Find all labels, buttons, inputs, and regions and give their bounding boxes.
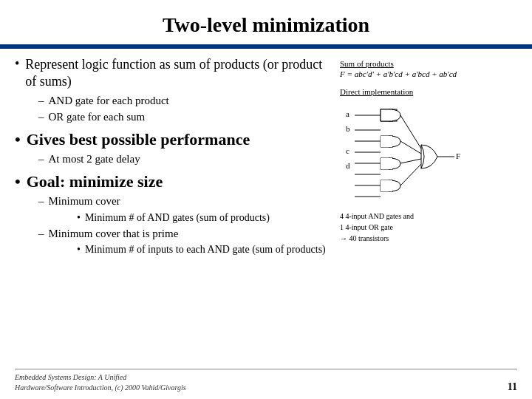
sub-bullet-2-1-text: At most 2 gate delay <box>49 151 140 168</box>
sub-bullet-3-1: Minimum cover <box>38 193 332 210</box>
bullet-dot-3: • <box>15 172 21 191</box>
wire-and4-or <box>400 164 421 185</box>
gate-diagram: a b c d <box>340 100 488 208</box>
sub-sub-bullet-3-1: Minimum # of AND gates (sum of products) <box>77 210 332 225</box>
bullet-1: • Represent logic function as sum of pro… <box>15 56 332 91</box>
input-c: c <box>346 146 349 155</box>
left-column: • Represent logic function as sum of pro… <box>15 56 340 262</box>
bullet-dot-1: • <box>15 56 19 72</box>
title-area: Two-level minimization <box>0 0 532 44</box>
slide: Two-level minimization • Represent logic… <box>0 0 532 399</box>
sub-bullet-1-2-text: OR gate for each sum <box>49 109 146 126</box>
sub-bullet-1-1: AND gate for each product <box>38 92 332 109</box>
content-area: • Represent logic function as sum of pro… <box>0 49 532 262</box>
bullet-3: • Goal: minimize size <box>15 172 332 191</box>
bullet-2-text: Gives best possible performance <box>27 130 250 149</box>
footer-left: Embedded Systems Design: A Unified Hardw… <box>15 372 186 393</box>
sub-bullet-2-1: At most 2 gate delay <box>38 151 332 168</box>
sub-bullets-2: At most 2 gate delay <box>38 151 332 168</box>
gate-info-line-3: → 40 transistors <box>340 233 414 244</box>
sub-sub-bullet-3-1-text: Minimum # of AND gates (sum of products) <box>85 210 270 225</box>
bullet-1-text: Represent logic function as sum of produ… <box>25 56 332 91</box>
and-gate-4-cover <box>381 180 392 191</box>
sub-bullet-1-2: OR gate for each sum <box>38 109 332 126</box>
sub-bullet-3-2-text: Minimum cover that is prime <box>49 225 179 242</box>
wire-and3-or <box>400 159 421 163</box>
sub-sub-bullet-3-2: Minimum # of inputs to each AND gate (su… <box>77 242 332 257</box>
direct-impl-label: Direct implementation <box>340 87 413 96</box>
or-gate-body <box>421 145 437 168</box>
output-label: F <box>456 151 460 160</box>
input-d: d <box>346 161 350 170</box>
page-number: 11 <box>508 381 517 393</box>
sub-bullet-3-1-text: Minimum cover <box>49 193 120 210</box>
sub-sub-bullet-3-2-text: Minimum # of inputs to each AND gate (su… <box>85 242 326 257</box>
gate-info: 4 4-input AND gates and 1 4-input OR gat… <box>340 211 414 244</box>
gate-info-line-1: 4 4-input AND gates and <box>340 211 414 222</box>
bullet-2: • Gives best possible performance <box>15 130 332 149</box>
gate-info-line-2: 1 4-input OR gate <box>340 222 414 233</box>
wire-and1-or <box>400 115 421 149</box>
footer: Embedded Systems Design: A Unified Hardw… <box>15 369 517 393</box>
bullet-dot-2: • <box>15 130 21 149</box>
sop-formula: F = abc'd' + a'b'cd + a'bcd + ab'cd <box>340 69 457 78</box>
sub-bullet-1-1-text: AND gate for each product <box>49 92 169 109</box>
and-gate-2-cover <box>381 136 392 147</box>
sop-label: Sum of products <box>340 59 394 68</box>
bullet-3-text: Goal: minimize size <box>27 172 163 191</box>
sub-bullets-3: Minimum cover Minimum # of AND gates (su… <box>38 193 332 257</box>
footer-line-1: Embedded Systems Design: A Unified <box>15 372 186 383</box>
input-b: b <box>346 124 350 133</box>
sub-bullets-1: AND gate for each product OR gate for ea… <box>38 92 332 126</box>
and-gate-3-cover <box>381 158 392 169</box>
and-gate-1-cover <box>381 109 392 121</box>
input-a: a <box>346 109 349 118</box>
slide-title: Two-level minimization <box>15 13 517 37</box>
right-column: Sum of products F = abc'd' + a'b'cd + a'… <box>340 56 517 262</box>
sub-bullet-3-2: Minimum cover that is prime <box>38 225 332 242</box>
footer-line-2: Hardware/Software Introduction, (c) 2000… <box>15 383 186 393</box>
